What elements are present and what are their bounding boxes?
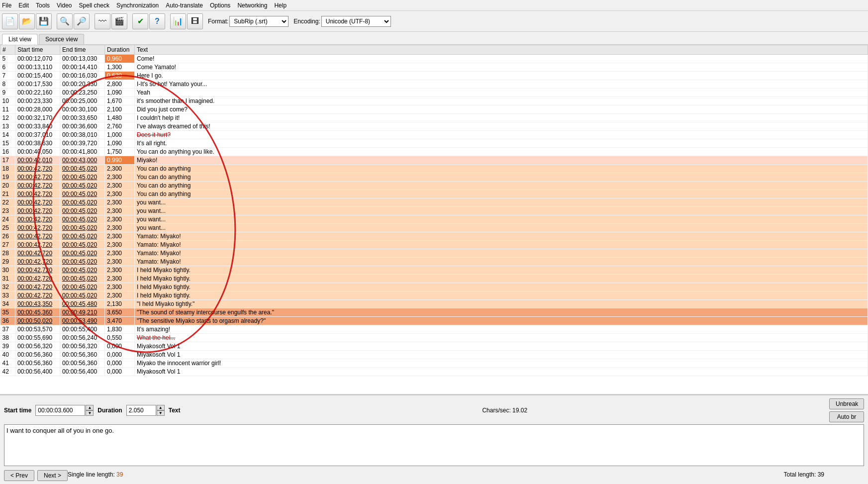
table-row[interactable]: 3300:00:42,72000:00:45,0202,300I held Mi…: [0, 291, 868, 300]
cell-duration: 2,300: [105, 165, 135, 173]
table-row[interactable]: 3600:00:50,02000:00:53,4903,470"The sens…: [0, 317, 868, 325]
cell-num: 14: [0, 131, 15, 139]
cell-num: 31: [0, 275, 15, 283]
table-row[interactable]: 500:00:12,07000:00:13,0300,960Come!: [0, 55, 868, 63]
table-row[interactable]: 2200:00:42,72000:00:45,0202,300you want.…: [0, 198, 868, 207]
table-row[interactable]: 4200:00:56,40000:00:56,4000,000Miyakosof…: [0, 368, 868, 376]
replace-button[interactable]: 🔎: [74, 13, 90, 29]
table-row[interactable]: 3200:00:42,72000:00:45,0202,300I held Mi…: [0, 283, 868, 291]
cell-text: you want...: [135, 215, 868, 224]
prev-button[interactable]: < Prev: [4, 470, 34, 481]
cell-text: I held Miyako tightly.: [135, 275, 868, 283]
table-row[interactable]: 900:00:22,16000:00:23,2501,090Yeah: [0, 89, 868, 97]
menu-video[interactable]: Video: [57, 2, 72, 9]
cell-start: 00:00:56,360: [15, 359, 60, 368]
table-row[interactable]: 2500:00:42,72000:00:45,0202,300you want.…: [0, 224, 868, 232]
start-time-input[interactable]: [35, 405, 85, 416]
menu-tools[interactable]: Tools: [36, 2, 50, 9]
encoding-select[interactable]: Unicode (UTF-8) UTF-16 ISO-8859-1: [321, 16, 391, 27]
tab-list-view[interactable]: List view: [2, 34, 38, 45]
table-row[interactable]: 1800:00:42,72000:00:45,0202,300You can d…: [0, 165, 868, 173]
table-row[interactable]: 3000:00:42,72000:00:45,0202,300I held Mi…: [0, 266, 868, 275]
menu-help[interactable]: Help: [274, 2, 287, 9]
cell-start: 00:00:50,020: [15, 317, 60, 325]
table-row[interactable]: 3900:00:56,32000:00:56,3200,000Miyakosof…: [0, 342, 868, 351]
search-button[interactable]: 🔍: [57, 13, 73, 29]
table-row[interactable]: 2900:00:42,72000:00:45,0202,300Yamato: M…: [0, 258, 868, 266]
table-row[interactable]: 4100:00:56,36000:00:56,3600,000Miyako th…: [0, 359, 868, 368]
table-row[interactable]: 1400:00:37,01000:00:38,0101,000Does it h…: [0, 131, 868, 139]
frames-button[interactable]: 🎞: [187, 13, 203, 29]
table-row[interactable]: 3100:00:42,72000:00:45,0202,300I held Mi…: [0, 275, 868, 283]
start-time-down[interactable]: ▼: [86, 410, 94, 416]
cell-start: 00:00:23,330: [15, 97, 60, 105]
table-row[interactable]: 1500:00:38,63000:00:39,7201,090It's all …: [0, 139, 868, 148]
spell-button[interactable]: ✔: [132, 13, 148, 29]
save-button[interactable]: 💾: [36, 13, 52, 29]
stats-button[interactable]: 📊: [170, 13, 186, 29]
cell-end: 00:00:56,240: [60, 334, 105, 342]
cell-duration: 2,300: [105, 198, 135, 207]
cell-text: Does it hurt?: [135, 131, 868, 139]
table-row[interactable]: 3800:00:55,69000:00:56,2400,550What the …: [0, 334, 868, 342]
table-row[interactable]: 1100:00:28,00000:00:30,1002,100Did you j…: [0, 105, 868, 114]
cell-duration: 2,300: [105, 224, 135, 232]
table-row[interactable]: 1200:00:32,17000:00:33,6501,480I couldn'…: [0, 114, 868, 122]
cell-duration: 1,090: [105, 89, 135, 97]
table-row[interactable]: 2800:00:42,72000:00:45,0202,300Yamato: M…: [0, 249, 868, 258]
table-row[interactable]: 2700:00:42,72000:00:45,0202,300Yamato: M…: [0, 241, 868, 249]
next-button[interactable]: Next >: [37, 470, 68, 481]
menu-spellcheck[interactable]: Spell check: [79, 2, 109, 9]
format-select[interactable]: SubRip (.srt) MicroDVD (.sub) WebVTT (.v…: [229, 16, 289, 27]
total-length-value: 39: [818, 471, 824, 478]
duration-input[interactable]: [126, 405, 156, 416]
menu-edit[interactable]: Edit: [18, 2, 29, 9]
table-row[interactable]: 3400:00:43,35000:00:45,4802,130"I held M…: [0, 300, 868, 308]
table-row[interactable]: 4000:00:56,36000:00:56,3600,000Miyakosof…: [0, 351, 868, 359]
table-row[interactable]: 1900:00:42,72000:00:45,0202,300You can d…: [0, 173, 868, 182]
tab-source-view[interactable]: Source view: [39, 34, 84, 44]
table-row[interactable]: 2300:00:42,72000:00:45,0202,300you want.…: [0, 207, 868, 215]
cell-num: 5: [0, 55, 15, 63]
unbreak-button[interactable]: Unbreak: [829, 398, 864, 409]
table-row[interactable]: 2000:00:42,72000:00:45,0202,300You can d…: [0, 182, 868, 190]
start-time-up[interactable]: ▲: [86, 405, 94, 410]
menu-file[interactable]: File: [2, 2, 11, 9]
table-row[interactable]: 700:00:15,40000:00:16,0300,630Here I go.: [0, 72, 868, 80]
cell-end: 00:00:45,020: [60, 207, 105, 215]
new-button[interactable]: 📄: [2, 13, 18, 29]
duration-down[interactable]: ▼: [157, 410, 165, 416]
auto-br-button[interactable]: Auto br: [829, 411, 864, 422]
table-row[interactable]: 1600:00:40,05000:00:41,8001,750You can d…: [0, 148, 868, 156]
table-row[interactable]: 800:00:17,53000:00:20,3302,800I-It's so …: [0, 80, 868, 89]
cell-end: 00:00:45,020: [60, 198, 105, 207]
table-row[interactable]: 2100:00:42,72000:00:45,0202,300You can d…: [0, 190, 868, 198]
table-row[interactable]: 600:00:13,11000:00:14,4101,300Come Yamat…: [0, 63, 868, 72]
table-row[interactable]: 1300:00:33,84000:00:36,6002,760I've alwa…: [0, 122, 868, 131]
waveform-button[interactable]: 〰: [95, 13, 110, 29]
cell-duration: 2,300: [105, 173, 135, 182]
text-edit-area[interactable]: [4, 424, 864, 466]
duration-spinners: ▲ ▼: [157, 405, 165, 416]
table-row[interactable]: 3700:00:53,57000:00:55,4001,830It's amaz…: [0, 325, 868, 334]
open-button[interactable]: 📂: [19, 13, 35, 29]
duration-up[interactable]: ▲: [157, 405, 165, 410]
cell-text: It's all right.: [135, 139, 868, 148]
table-row[interactable]: 3500:00:45,36000:00:49,2103,650"The soun…: [0, 308, 868, 317]
table-row[interactable]: 1700:00:42,01000:00:43,0000,990Miyako!: [0, 156, 868, 165]
menu-autotranslate[interactable]: Auto-translate: [166, 2, 203, 9]
cell-end: 00:00:56,360: [60, 359, 105, 368]
menu-options[interactable]: Options: [210, 2, 230, 9]
cell-text: I held Miyako tightly.: [135, 266, 868, 275]
table-row[interactable]: 2600:00:42,72000:00:45,0202,300Yamato: M…: [0, 232, 868, 241]
cell-start: 00:00:42,720: [15, 258, 60, 266]
subtitle-list[interactable]: # Start time End time Duration Text 500:…: [0, 45, 868, 394]
table-row[interactable]: 2400:00:42,72000:00:45,0202,300you want.…: [0, 215, 868, 224]
video-button[interactable]: 🎬: [111, 13, 127, 29]
cell-end: 00:00:33,650: [60, 114, 105, 122]
menu-synchronization[interactable]: Synchronization: [116, 2, 159, 9]
cell-text: You can do anything: [135, 182, 868, 190]
menu-networking[interactable]: Networking: [237, 2, 267, 9]
table-row[interactable]: 1000:00:23,33000:00:25,0001,670it's smoo…: [0, 97, 868, 105]
help-btn[interactable]: ?: [149, 13, 165, 29]
